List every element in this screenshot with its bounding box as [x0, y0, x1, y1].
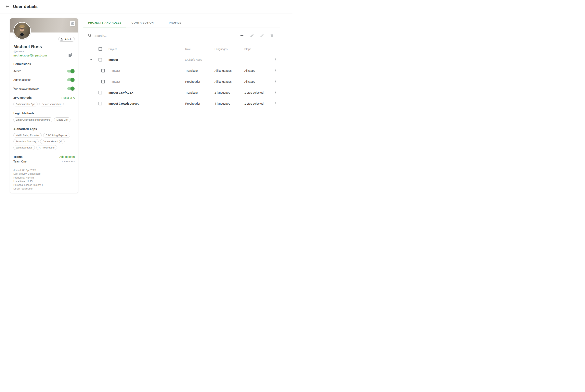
- arrow-left-icon: [5, 4, 10, 9]
- kebab-icon: [276, 58, 276, 61]
- role-value: Translator: [185, 91, 198, 94]
- languages-value: 2 languages: [214, 91, 230, 94]
- row-checkbox[interactable]: [101, 80, 105, 83]
- table-row-impact-csv-xlsx: Impact CSV/XLSX Translator 2 languages 1…: [83, 87, 280, 98]
- login-method-chips: Email/Username and Password Magic Link: [14, 118, 75, 122]
- avatar: [14, 22, 31, 40]
- authorized-app-chip: Translate Glossary: [14, 139, 38, 144]
- collapse-row-button[interactable]: [89, 58, 93, 62]
- languages-value: All languages: [214, 69, 232, 72]
- steps-value: All steps: [244, 69, 255, 72]
- workspace-manager-toggle[interactable]: [67, 87, 74, 90]
- tab-contribution[interactable]: CONTRIBUTION: [126, 18, 159, 27]
- role-value: Multiple roles: [185, 58, 202, 61]
- project-name: Impact: [112, 69, 120, 72]
- project-name: Impact: [112, 80, 120, 83]
- reset-2fa-link[interactable]: Reset 2FA: [62, 96, 75, 99]
- table-row-impact-crowdsourced: Impact Crowdsourced Proofreader 4 langua…: [83, 98, 280, 109]
- pencil-icon: [250, 34, 254, 38]
- authorized-app-chip: Workflow delay: [14, 145, 35, 150]
- meta-joined: Joined: 06 Apr 2020: [14, 168, 75, 172]
- login-methods-heading: Login Methods: [14, 112, 75, 115]
- authorized-app-chip: AI Proofreader: [36, 145, 57, 150]
- meta-registration: Direct registration: [14, 187, 75, 190]
- send-email-button[interactable]: [70, 21, 75, 26]
- login-method-chip: Email/Username and Password: [14, 118, 52, 122]
- permission-row-workspace-manager: Workspace manager: [14, 85, 75, 92]
- authorized-app-chip: CSV String Exporter: [43, 133, 70, 138]
- twofa-method-chip: Authenticator App: [14, 102, 38, 106]
- user-card: Admin Michael Ross @m.ross michael.ross@…: [10, 18, 78, 193]
- add-to-team-link[interactable]: Add to team: [60, 155, 75, 158]
- languages-value: All languages: [214, 80, 232, 83]
- steps-value: 1 step selected: [244, 102, 264, 105]
- cleanup-button[interactable]: [260, 33, 264, 38]
- select-all-checkbox[interactable]: [98, 47, 102, 51]
- login-method-chip: Magic Link: [54, 118, 70, 122]
- toggle-knob: [70, 86, 74, 90]
- twofa-method-chip: Device verification: [39, 102, 64, 106]
- projects-panel: PROJECTS AND ROLES CONTRIBUTION PROFILE: [83, 18, 280, 109]
- kebab-icon: [276, 91, 276, 94]
- twofa-chips: Authenticator App Device verification: [14, 102, 75, 106]
- copy-email-button[interactable]: [68, 52, 72, 57]
- meta-local-time: Local time: 11:15: [14, 180, 75, 183]
- row-menu-button[interactable]: [274, 90, 278, 95]
- table-row-group-impact: Impact Multiple roles: [83, 54, 280, 65]
- kebab-icon: [276, 69, 276, 72]
- table-toolbar: [83, 28, 280, 44]
- column-header-project: Project: [108, 48, 116, 50]
- tab-bar: PROJECTS AND ROLES CONTRIBUTION PROFILE: [83, 18, 280, 28]
- row-menu-button[interactable]: [274, 101, 278, 106]
- tab-profile[interactable]: PROFILE: [159, 18, 191, 27]
- page-title: User details: [13, 4, 38, 9]
- active-toggle[interactable]: [67, 70, 74, 72]
- permission-label: Active: [14, 70, 21, 73]
- team-name: Team One: [14, 160, 26, 163]
- edit-button[interactable]: [250, 33, 254, 38]
- permission-row-active: Active: [14, 68, 75, 74]
- permissions-heading: Permissions: [14, 62, 75, 66]
- delete-button[interactable]: [269, 33, 274, 38]
- permission-label: Admin access: [14, 78, 31, 82]
- role-value: Proofreader: [185, 80, 200, 83]
- languages-value: 4 languages: [214, 102, 230, 105]
- meta-last-activity: Last activity: 3 days ago: [14, 172, 75, 176]
- kebab-icon: [276, 102, 276, 106]
- authorized-apps-heading: Authorized Apps: [14, 127, 75, 130]
- permission-row-admin-access: Admin access: [14, 76, 75, 83]
- row-checkbox[interactable]: [98, 58, 102, 61]
- copy-icon: [68, 52, 72, 57]
- table-row-impact-proofreader: Impact Proofreader All languages All ste…: [83, 76, 280, 87]
- user-details-page: User details Admin Michael R: [0, 0, 292, 196]
- admin-badge-label: Admin: [65, 38, 72, 41]
- row-menu-button[interactable]: [274, 57, 278, 62]
- team-members-count: 4 members: [62, 160, 75, 163]
- trash-icon: [270, 34, 274, 38]
- search-input[interactable]: [94, 34, 196, 37]
- table-row-impact-translator: Impact Translator All languages All step…: [83, 65, 280, 76]
- row-checkbox[interactable]: [98, 102, 102, 106]
- row-menu-button[interactable]: [274, 68, 278, 73]
- steps-value: 1 step selected: [244, 91, 264, 94]
- row-checkbox[interactable]: [101, 69, 105, 72]
- column-header-steps: Steps: [244, 48, 251, 50]
- add-button[interactable]: [240, 33, 244, 38]
- user-meta: Joined: 06 Apr 2020 Last activity: 3 day…: [14, 168, 75, 191]
- project-name: Impact Crowdsourced: [108, 102, 139, 105]
- admin-role-badge: Admin: [58, 37, 75, 42]
- admin-access-toggle[interactable]: [67, 78, 74, 81]
- column-header-languages: Languages: [214, 48, 228, 50]
- kebab-icon: [276, 80, 276, 83]
- project-name: Impact: [108, 58, 118, 61]
- back-button[interactable]: [4, 3, 11, 10]
- row-checkbox[interactable]: [98, 91, 102, 94]
- row-menu-button[interactable]: [274, 79, 278, 84]
- authorized-app-chip: Censor Guard QA: [40, 139, 64, 144]
- toggle-knob: [70, 78, 74, 82]
- toggle-knob: [70, 69, 74, 73]
- top-bar: User details: [0, 0, 292, 13]
- authorized-app-chip: YAML String Exporter: [14, 133, 42, 138]
- user-email-link[interactable]: michael.ross@impact.com: [14, 54, 47, 57]
- tab-projects-and-roles[interactable]: PROJECTS AND ROLES: [83, 18, 126, 27]
